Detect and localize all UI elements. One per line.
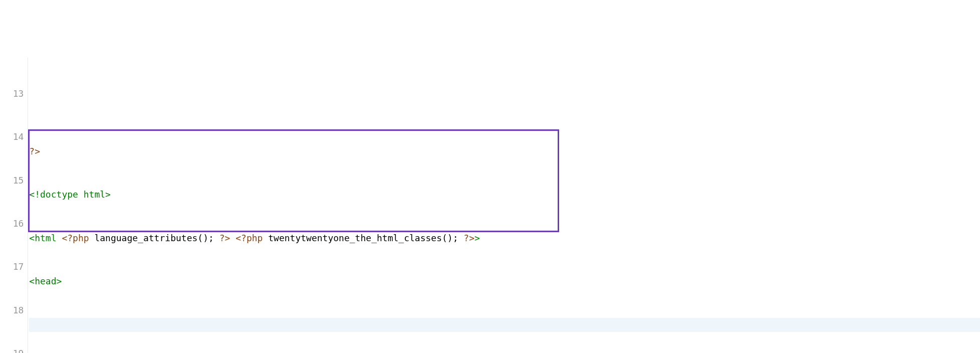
code-line[interactable] <box>29 101 980 116</box>
html-open-tag: <html <box>29 233 56 243</box>
php-close-tag: ?> <box>219 233 230 243</box>
php-close-tag: ?> <box>29 146 40 156</box>
line-number: 15 <box>2 173 24 188</box>
php-open-tag: <?php <box>62 233 89 243</box>
tag-close: > <box>474 233 480 243</box>
space <box>230 233 235 243</box>
php-close-tag: ?> <box>463 233 474 243</box>
code-area[interactable]: ?> <!doctype html> <html <?php language_… <box>28 58 980 353</box>
line-number: 14 <box>2 130 24 144</box>
php-code: language_attributes(); <box>89 233 219 243</box>
php-code: twentytwentyone_the_html_classes(); <box>263 233 463 243</box>
line-number: 13 <box>2 87 24 101</box>
code-line[interactable]: <html <?php language_attributes(); ?> <?… <box>29 231 980 246</box>
head-tag: <head> <box>29 276 62 286</box>
line-number-gutter: 13 14 15 16 17 18 19 20 21 22 23 24 25 2… <box>0 58 28 353</box>
code-line[interactable]: <head> <box>29 274 980 289</box>
doctype-tag: <!doctype html> <box>29 189 111 200</box>
line-number: 19 <box>2 346 24 353</box>
code-line[interactable]: ?> <box>29 144 980 159</box>
code-line-current[interactable] <box>29 318 980 332</box>
line-number: 16 <box>2 217 24 231</box>
code-editor: 13 14 15 16 17 18 19 20 21 22 23 24 25 2… <box>0 58 980 353</box>
line-number: 18 <box>2 303 24 318</box>
code-line[interactable]: <!doctype html> <box>29 188 980 202</box>
line-number: 17 <box>2 260 24 274</box>
php-open-tag: <?php <box>235 233 263 243</box>
